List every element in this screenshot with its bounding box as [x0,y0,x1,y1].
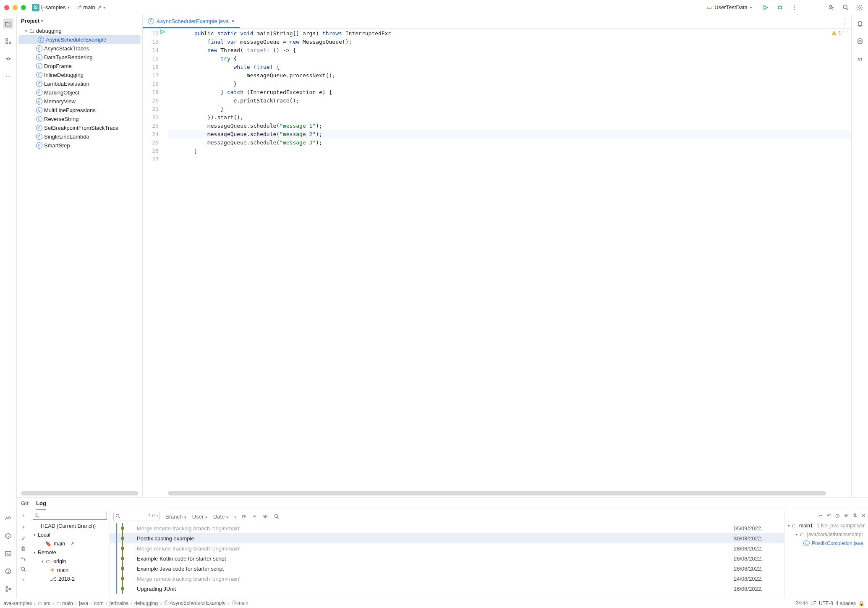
tree-item[interactable]: CSetBreakpointFromStackTrace [17,123,142,132]
add-icon[interactable]: ＋ [21,523,26,531]
breadcrumb-item[interactable]: debugging [134,600,158,606]
editor-tab[interactable]: C AsyncSchedulerExample.java × [143,15,240,28]
compare-icon[interactable]: ⇆ [21,556,26,562]
maven-icon[interactable]: m [855,54,865,64]
tree-item[interactable]: CReverseString [17,115,142,123]
tree-folder[interactable]: ▾🗀debugging [17,26,142,35]
tree-item[interactable]: CAsyncStackTraces [17,44,142,53]
project-panel-header[interactable]: Project ▾ [17,15,142,26]
editor-horizontal-scrollbar[interactable] [168,491,826,495]
checkout-icon[interactable]: ↙ [21,535,26,541]
branch-group-remote[interactable]: ▾Remote [33,548,107,557]
close-tab-icon[interactable]: × [231,18,235,24]
problems-icon[interactable] [3,566,13,576]
run-button[interactable] [761,3,770,12]
run-configuration-selector[interactable]: ▭ UserTestData ▾ [703,3,756,11]
branch-selector[interactable]: ⎇ main ↗ ▾ [76,4,105,10]
case-toggle[interactable]: Cc [152,513,158,518]
commit-tool-icon[interactable] [3,54,13,64]
chevron-down-icon[interactable]: ˅ [847,31,849,35]
commit-row[interactable]: Upgrading JUnit16/08/2022, [110,584,784,594]
structure-tool-icon[interactable] [3,36,13,46]
lock-icon[interactable]: 🔒 [858,600,865,606]
breadcrumbs[interactable]: ava-samples›🗀src›🗀main›java›com›jetbrain… [3,600,248,607]
preview-diff-icon[interactable]: 👁 [844,513,849,519]
profiler-icon[interactable] [3,513,13,523]
commit-list[interactable]: Merge remote-tracking branch 'origin/mai… [110,523,784,598]
branch-origin[interactable]: ▾🗀origin [33,557,107,566]
services-icon[interactable] [3,531,13,541]
tree-item[interactable]: CInlineDebugging [17,71,142,79]
breadcrumb-item[interactable]: 🗀main [56,600,73,606]
tree-item[interactable]: CAsyncSchedulerExample [18,35,141,44]
cherry-pick-icon[interactable]: ⚭ [252,514,257,520]
horizontal-scrollbar[interactable] [21,491,138,495]
tree-item[interactable]: CDropFrame [17,62,142,71]
inspection-widget[interactable]: 1 ˄ ˅ [831,30,849,36]
close-window-icon[interactable] [4,5,9,10]
database-icon[interactable] [855,36,865,46]
breadcrumb-item[interactable]: 🗀src [38,600,50,606]
indent[interactable]: 4 spaces [836,600,856,606]
run-line-icon[interactable] [160,29,165,34]
close-icon[interactable]: ✕ [861,513,865,519]
search-icon[interactable] [841,3,850,12]
delete-icon[interactable]: 🗑 [21,545,26,552]
vcs-tool-icon[interactable] [3,584,13,594]
minimize-window-icon[interactable] [13,5,18,10]
expand-left-icon[interactable]: ‹ [22,513,24,519]
branch-group-local[interactable]: ▾Local [33,530,107,539]
line-ending[interactable]: LF [810,600,816,606]
tree-item[interactable]: CMarkingObject [17,88,142,97]
revert-icon[interactable]: ↶ [827,513,831,519]
branch-filter[interactable]: Branch ▾ [165,514,186,520]
code-area[interactable]: public static void main(String[] args) t… [168,29,851,490]
regex-toggle[interactable]: .* [147,513,150,518]
project-tool-icon[interactable] [3,18,13,29]
user-filter[interactable]: User ▾ [192,514,207,520]
tree-item[interactable]: CLambdaEvaluation [17,79,142,88]
tree-item[interactable]: CMemoryView [17,97,142,106]
breadcrumb-item[interactable]: jetbrains [110,600,128,606]
more-actions-icon[interactable]: ⋮ [790,3,798,12]
commit-row[interactable]: Merge remote-tracking branch 'origin/mai… [110,543,784,553]
expand-icon[interactable]: ⇅ [853,513,857,519]
tree-item[interactable]: CDataTypeRendering [17,53,142,62]
vcs-tab-git[interactable]: Git [21,500,29,510]
encoding[interactable]: UTF-8 [819,600,833,606]
branch-origin-2018-2[interactable]: ⎇2018-2 [33,574,107,583]
fullscreen-window-icon[interactable] [21,5,26,10]
code-with-me-icon[interactable] [827,3,835,12]
breadcrumb-item[interactable]: com [94,600,104,606]
editor-gutter[interactable]: 12131415161718192021222324252627 [143,29,168,490]
undo-icon[interactable]: ⤺ [818,513,823,519]
commit-row[interactable]: Example Java code for starter script26/0… [110,563,784,574]
breadcrumb-item[interactable]: ⒸAsyncSchedulerExample [164,600,225,607]
commit-row[interactable]: Example Kotlin code for starter script26… [110,553,784,563]
find-icon[interactable] [21,566,26,572]
vcs-tab-log[interactable]: Log [36,500,46,510]
tree-item[interactable]: CSingleLineLambda [17,132,142,141]
commit-row[interactable]: Merge remote-tracking branch 'origin/mai… [110,574,784,584]
project-tree[interactable]: ▾🗀debuggingCAsyncSchedulerExampleCAsyncS… [17,26,142,490]
editor-body[interactable]: 12131415161718192021222324252627 public … [143,29,851,490]
history-icon[interactable]: ◷ [835,513,839,519]
more-tools-icon[interactable]: ⋯ [3,71,13,81]
breadcrumb-item[interactable]: ⓜmain [232,600,248,607]
date-filter[interactable]: Date ▾ [213,514,228,520]
commit-row[interactable]: Merge remote-tracking branch 'origin/mai… [110,523,784,533]
eye-icon[interactable]: 👁 [263,514,268,520]
commit-row[interactable]: Postfix casting example30/08/2022, [110,533,784,543]
expand-right-icon[interactable]: › [22,576,24,582]
breadcrumb-item[interactable]: ava-samples [3,600,32,606]
go-to-hash-icon[interactable]: › [234,514,236,520]
branch-search-input[interactable] [33,512,107,520]
changed-file[interactable]: PostfixCompletion.java [812,540,863,546]
settings-icon[interactable] [855,3,864,12]
notifications-icon[interactable] [855,18,865,29]
branch-head[interactable]: HEAD (Current Branch) [33,522,107,530]
tab-options-icon[interactable]: ⋮ [841,17,849,26]
terminal-icon[interactable] [3,548,13,558]
find-icon[interactable] [274,514,279,519]
debug-button[interactable] [776,3,784,12]
